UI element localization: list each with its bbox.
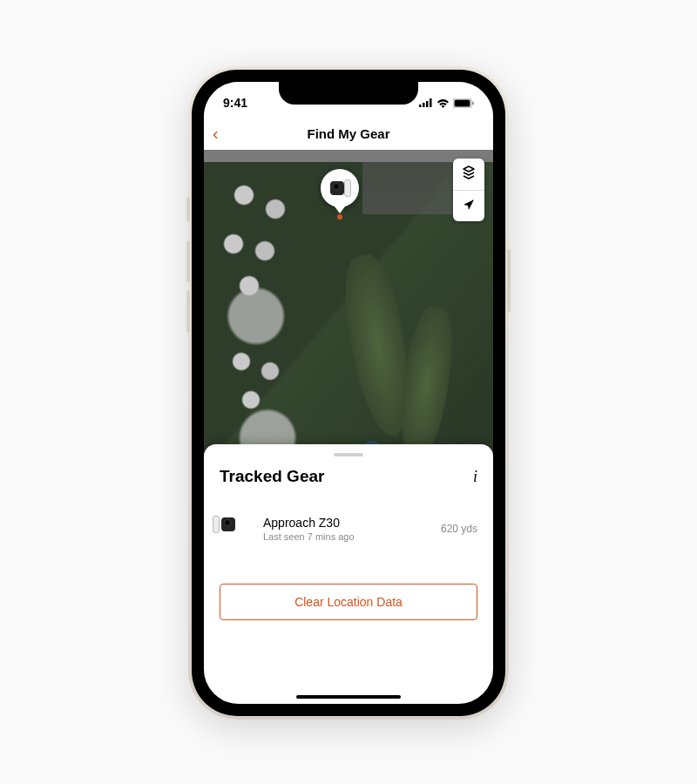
- back-button[interactable]: ‹: [213, 124, 219, 144]
- phone-frame: 9:41 ‹ Find My Gear: [188, 66, 509, 720]
- gear-distance: 620 yds: [441, 523, 477, 535]
- nav-bar: ‹ Find My Gear: [204, 117, 493, 150]
- map-layers-button[interactable]: [453, 159, 484, 190]
- notch: [279, 82, 418, 105]
- pin-circle: [321, 169, 359, 207]
- sheet-title: Tracked Gear: [220, 467, 324, 486]
- sheet-header: Tracked Gear i: [220, 467, 477, 486]
- gear-thumbnail: [220, 516, 253, 542]
- gear-last-seen: Last seen 7 mins ago: [263, 531, 430, 542]
- map-controls: [453, 159, 484, 221]
- map-decoration: [213, 333, 308, 429]
- screen: 9:41 ‹ Find My Gear: [204, 82, 493, 704]
- svg-rect-6: [472, 101, 474, 105]
- pin-tail: [335, 206, 345, 213]
- layers-icon: [462, 166, 476, 183]
- gear-item[interactable]: Approach Z30 Last seen 7 mins ago 620 yd…: [220, 516, 477, 542]
- gear-text: Approach Z30 Last seen 7 mins ago: [263, 516, 430, 542]
- phone-bezel: 9:41 ‹ Find My Gear: [192, 70, 505, 716]
- svg-rect-1: [423, 103, 425, 107]
- svg-rect-2: [426, 101, 429, 107]
- svg-rect-0: [419, 105, 422, 107]
- location-arrow-icon: [463, 199, 475, 214]
- info-icon: i: [473, 468, 477, 485]
- side-button: [507, 249, 511, 312]
- svg-rect-5: [455, 99, 470, 106]
- battery-icon: [453, 98, 474, 108]
- info-button[interactable]: i: [473, 468, 477, 486]
- status-indicators: [419, 98, 474, 108]
- pin-dot: [337, 214, 342, 220]
- side-button: [186, 291, 190, 333]
- map-recenter-button[interactable]: [453, 190, 484, 221]
- map-decoration: [213, 167, 317, 307]
- side-button: [186, 240, 190, 282]
- tracked-gear-sheet: Tracked Gear i Approach Z30: [204, 444, 493, 704]
- page-title: Find My Gear: [307, 126, 389, 141]
- device-pin[interactable]: [321, 169, 359, 220]
- map-decoration: [394, 304, 459, 465]
- clear-location-button[interactable]: Clear Location Data: [220, 584, 477, 620]
- map-view[interactable]: Tracked Gear i Approach Z30: [204, 150, 493, 704]
- home-indicator[interactable]: [296, 695, 401, 699]
- sheet-grab-handle[interactable]: [334, 453, 363, 456]
- wifi-icon: [436, 98, 450, 108]
- side-button: [186, 197, 190, 221]
- svg-rect-3: [430, 98, 432, 107]
- gear-name: Approach Z30: [263, 516, 430, 530]
- cellular-icon: [419, 98, 433, 107]
- device-icon: [328, 179, 351, 197]
- status-time: 9:41: [223, 96, 247, 110]
